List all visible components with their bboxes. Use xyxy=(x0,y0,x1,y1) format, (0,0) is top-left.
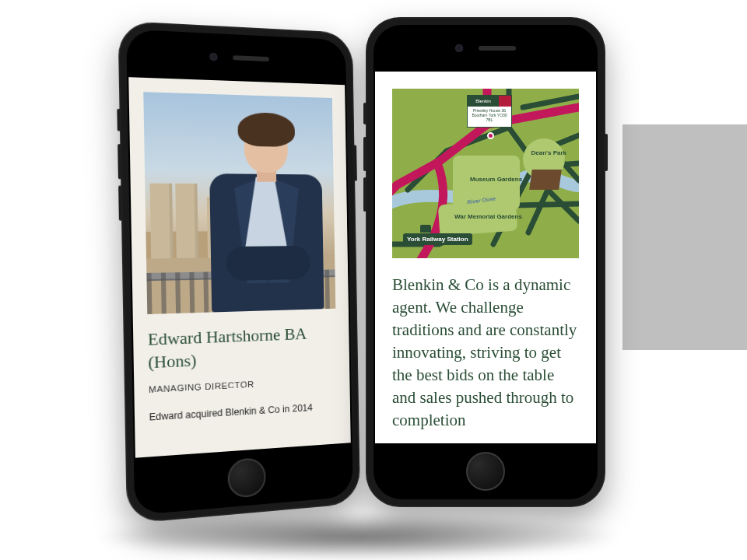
volume-down-button xyxy=(118,186,122,221)
power-button xyxy=(353,145,356,181)
profile-photo xyxy=(143,92,335,314)
phone-top-bezel xyxy=(374,25,598,72)
home-button[interactable] xyxy=(466,452,505,491)
map-address-callout[interactable]: Blenkin Priestley House 36 Bootham York … xyxy=(467,95,512,128)
volume-up-button xyxy=(363,137,366,171)
brand-logo-accent xyxy=(499,96,511,107)
phone-mockup-right: Blenkin Priestley House 36 Bootham York … xyxy=(366,17,605,507)
power-button xyxy=(605,134,608,171)
phone-mockup-left: Edward Hartshorne BA (Hons) MANAGING DIR… xyxy=(117,21,360,524)
map-label-war-memorial: War Memorial Gardens xyxy=(454,213,522,220)
earpiece-speaker xyxy=(233,55,269,61)
about-card: Blenkin Priestley House 36 Bootham York … xyxy=(375,72,596,443)
phone-screen-left[interactable]: Edward Hartshorne BA (Hons) MANAGING DIR… xyxy=(128,77,350,458)
earpiece-speaker xyxy=(479,46,516,51)
volume-up-button xyxy=(117,144,121,179)
mute-switch xyxy=(363,103,366,124)
person-portrait xyxy=(204,110,326,313)
front-camera-icon xyxy=(209,53,217,61)
mute-switch xyxy=(117,109,121,131)
volume-down-button xyxy=(363,177,366,212)
front-camera-icon xyxy=(455,44,463,52)
map-address-text: Priestley House 36 Bootham York YO30 7BL xyxy=(468,107,511,127)
home-button[interactable] xyxy=(227,457,266,499)
profile-bio: Edward acquired Blenkin & Co in 2014 xyxy=(149,401,338,423)
phone-body: Blenkin Priestley House 36 Bootham York … xyxy=(374,25,598,499)
map-label-deans-park: Dean's Park xyxy=(531,149,566,156)
phone-top-bezel xyxy=(126,29,346,85)
map-label-museum-gardens: Museum Gardens xyxy=(470,176,522,183)
map-label-station: York Railway Station xyxy=(403,233,472,245)
phones-shadow xyxy=(93,513,622,560)
team-member-card: Edward Hartshorne BA (Hons) MANAGING DIR… xyxy=(128,77,350,458)
brand-logo-text: Blenkin xyxy=(468,96,499,107)
profile-name: Edward Hartshorne BA (Hons) xyxy=(148,322,337,374)
location-map[interactable]: Blenkin Priestley House 36 Bootham York … xyxy=(392,89,579,258)
map-minster-icon xyxy=(529,170,562,190)
phone-body: Edward Hartshorne BA (Hons) MANAGING DIR… xyxy=(126,29,353,515)
about-company-text: Blenkin & Co is a dynamic agent. We chal… xyxy=(392,274,579,432)
train-station-icon xyxy=(420,225,431,233)
map-pin-icon xyxy=(487,132,494,139)
profile-role: MANAGING DIRECTOR xyxy=(149,376,337,394)
phone-bottom-bezel xyxy=(374,443,598,499)
side-gray-panel xyxy=(622,124,747,350)
phone-screen-right[interactable]: Blenkin Priestley House 36 Bootham York … xyxy=(375,72,596,443)
